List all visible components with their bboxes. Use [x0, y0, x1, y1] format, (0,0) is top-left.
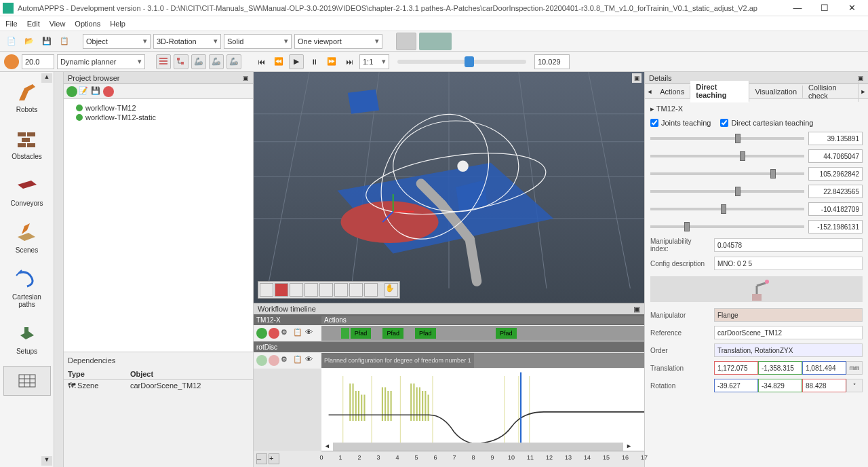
- panel-menu-icon[interactable]: ▣: [858, 75, 864, 81]
- menu-view[interactable]: View: [50, 20, 66, 28]
- track-opt-icon[interactable]: 📋: [293, 328, 304, 339]
- play-icon[interactable]: ▶: [289, 54, 304, 69]
- hand-icon[interactable]: ✋: [384, 283, 398, 297]
- track-opt-icon[interactable]: ⚙: [281, 355, 292, 366]
- rotation-y[interactable]: -34.829: [758, 379, 802, 392]
- zoom-icon[interactable]: [260, 283, 273, 297]
- sidebar-item-setups[interactable]: Setups: [3, 319, 51, 358]
- tab-visualization[interactable]: Visualization: [749, 86, 803, 98]
- layout-button-1[interactable]: [396, 33, 416, 50]
- track-stop-icon[interactable]: [269, 328, 279, 339]
- menu-options[interactable]: Options: [75, 20, 100, 28]
- save-icon[interactable]: 💾: [39, 34, 54, 49]
- maximize-button[interactable]: ☐: [811, 0, 838, 16]
- skip-start-icon[interactable]: ⏮: [254, 54, 269, 69]
- joint-slider-2[interactable]: 44.7065047: [650, 149, 863, 163]
- track-stop-icon[interactable]: [269, 355, 279, 366]
- action-block[interactable]: Pfad: [496, 328, 517, 339]
- joints-teaching-checkbox[interactable]: Joints teaching: [650, 119, 711, 127]
- shading-select[interactable]: Solid: [224, 34, 292, 49]
- delete-icon[interactable]: [103, 86, 114, 97]
- tab-collision[interactable]: Collision check: [803, 81, 859, 102]
- ratio-select[interactable]: 1:1: [359, 54, 389, 69]
- tree-icon[interactable]: [174, 54, 189, 69]
- sidebar-item-extra[interactable]: [3, 366, 51, 396]
- vp-tool-icon[interactable]: [275, 283, 288, 297]
- joint-slider-1[interactable]: 39.135891: [650, 132, 863, 145]
- cartesian-teaching-checkbox[interactable]: Direct cartesian teaching: [720, 119, 813, 127]
- action-block[interactable]: Pfad: [351, 328, 372, 339]
- track-opt-icon[interactable]: ⚙: [281, 328, 292, 339]
- minimize-button[interactable]: —: [784, 0, 811, 16]
- vp-tool-icon[interactable]: [290, 283, 303, 297]
- viewport-select[interactable]: One viewport: [294, 34, 382, 49]
- joint-slider-4[interactable]: 22.8423565: [650, 185, 863, 198]
- sidebar-item-robots[interactable]: Robots: [3, 77, 51, 116]
- sidebar-item-obstacles[interactable]: Obstacles: [3, 124, 51, 163]
- layout-button-2[interactable]: [419, 33, 452, 50]
- vp-tool-icon[interactable]: [349, 283, 363, 297]
- copy-icon[interactable]: 📋: [57, 34, 72, 49]
- tabs-left-icon[interactable]: ◄: [645, 88, 654, 95]
- zoom-in-icon[interactable]: +: [269, 453, 279, 464]
- robot-icon-3[interactable]: 🦾: [226, 54, 241, 69]
- joint-slider-6[interactable]: -152.1986131: [650, 220, 863, 234]
- open-icon[interactable]: 📂: [22, 34, 37, 49]
- record-icon[interactable]: [4, 54, 19, 69]
- robot-icon-2[interactable]: 🦾: [209, 54, 224, 69]
- track-play-icon[interactable]: [256, 328, 267, 339]
- sidebar-up-icon[interactable]: ▲: [41, 73, 52, 83]
- menu-help[interactable]: Help: [110, 20, 125, 28]
- ruler-scale[interactable]: 01234567891011121314151617: [321, 451, 644, 467]
- mode-select[interactable]: Object: [83, 34, 151, 49]
- tabs-right-icon[interactable]: ►: [859, 88, 868, 95]
- step-fwd-icon[interactable]: ⏩: [324, 54, 339, 69]
- skip-end-icon[interactable]: ⏭: [342, 54, 357, 69]
- close-button[interactable]: ✕: [838, 0, 865, 16]
- track-eye-icon[interactable]: 👁: [305, 328, 316, 339]
- order-select[interactable]: Translation, RotationZYX: [714, 343, 863, 357]
- menu-edit[interactable]: Edit: [27, 20, 40, 28]
- action-block[interactable]: [341, 328, 349, 339]
- track-play-icon[interactable]: [256, 355, 267, 366]
- track-opt-icon[interactable]: 📋: [293, 355, 304, 366]
- track-eye-icon[interactable]: 👁: [305, 355, 316, 366]
- vp-tool-icon[interactable]: [319, 283, 333, 297]
- time-slider[interactable]: [397, 60, 526, 64]
- translation-z[interactable]: 1,081.494: [802, 361, 846, 375]
- vp-tool-icon[interactable]: [364, 283, 378, 297]
- actions-track[interactable]: Pfad Pfad Pfad Pfad: [321, 326, 644, 341]
- action-block[interactable]: Pfad: [415, 328, 436, 339]
- sidebar-item-scenes[interactable]: Scenes: [3, 218, 51, 257]
- rotation-z[interactable]: 88.428: [802, 379, 846, 392]
- table-row[interactable]: 🗺 SzenecarDoorScene_TM12: [64, 380, 253, 392]
- rotation-select[interactable]: 3D-Rotation: [153, 34, 221, 49]
- run-icon[interactable]: [66, 86, 77, 97]
- sidebar-item-conveyors[interactable]: Conveyors: [3, 171, 51, 210]
- rotation-x[interactable]: -39.627: [714, 379, 758, 392]
- time-display[interactable]: 10.029: [534, 54, 570, 69]
- tree-item[interactable]: workflow-TM12-static: [68, 113, 249, 122]
- scroll-right-icon[interactable]: ►: [623, 443, 635, 451]
- reference-select[interactable]: carDoorScene_TM12: [714, 326, 863, 339]
- tab-actions[interactable]: Actions: [654, 86, 690, 98]
- menu-file[interactable]: File: [5, 20, 18, 28]
- graph-tool-icon[interactable]: [256, 371, 267, 382]
- panel-close-icon[interactable]: ▣: [243, 75, 249, 81]
- panel-menu-icon[interactable]: ▣: [633, 305, 640, 314]
- zoom-out-icon[interactable]: –: [256, 453, 267, 464]
- tree-item[interactable]: workflow-TM12: [68, 103, 249, 113]
- robot-icon-1[interactable]: 🦾: [191, 54, 206, 69]
- scroll-left-icon[interactable]: ◄: [321, 443, 333, 451]
- vp-tool-icon[interactable]: [304, 283, 318, 297]
- tool-icon-1[interactable]: 📝: [79, 86, 90, 97]
- project-tree[interactable]: workflow-TM12 workflow-TM12-static: [64, 99, 253, 352]
- translation-y[interactable]: -1,358.315: [758, 361, 802, 375]
- 3d-viewport[interactable]: ▣: [254, 72, 644, 303]
- translation-x[interactable]: 1,172.075: [714, 361, 758, 375]
- action-block[interactable]: Pfad: [382, 328, 403, 339]
- graph-canvas[interactable]: ◄ ►: [321, 369, 644, 451]
- list-icon[interactable]: [156, 54, 171, 69]
- tool-icon-2[interactable]: 💾: [91, 86, 102, 97]
- sidebar-down-icon[interactable]: ▼: [41, 456, 52, 466]
